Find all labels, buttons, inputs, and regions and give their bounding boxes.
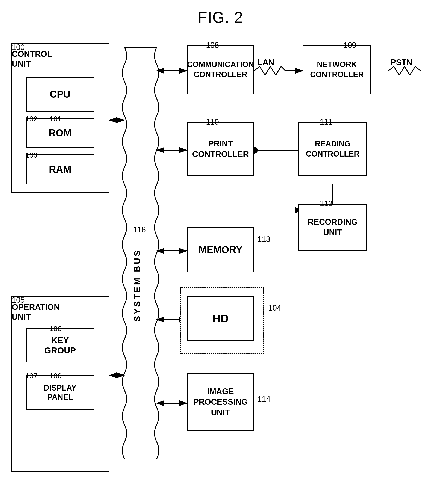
figure-title: FIG. 2 xyxy=(198,9,243,26)
operation-unit-label: OPERATIONUNIT xyxy=(12,302,60,322)
rom-label: ROM xyxy=(48,127,71,139)
key-group-box: KEYGROUP xyxy=(26,328,94,363)
memory-ref: 113 xyxy=(257,235,270,244)
key-group-ref: 106 xyxy=(49,324,62,333)
cpu-label: CPU xyxy=(49,88,70,100)
system-bus-label: SYSTEM BUS xyxy=(132,129,142,322)
reading-controller-ref: 111 xyxy=(320,118,333,126)
memory-box: MEMORY xyxy=(187,227,254,272)
image-processing-unit-ref: 114 xyxy=(257,395,270,404)
print-controller-label: PRINTCONTROLLER xyxy=(192,138,249,160)
control-unit-ref: 100 xyxy=(12,43,25,52)
recording-unit-ref: 112 xyxy=(320,199,333,208)
display-panel-label: DISPLAYPANEL xyxy=(44,383,77,402)
hd-box: HD xyxy=(187,296,254,341)
communication-controller-ref: 108 xyxy=(206,41,219,50)
rom-ref2: 101 xyxy=(49,115,62,123)
communication-controller-box: COMMUNICATIONCONTROLLER xyxy=(187,45,254,94)
network-controller-ref: 109 xyxy=(343,41,356,50)
key-group-label: KEYGROUP xyxy=(45,335,76,356)
reading-controller-label: READINGCONTROLLER xyxy=(306,139,360,159)
recording-unit-box: RECORDINGUNIT xyxy=(298,204,367,251)
display-panel-ref1: 107 xyxy=(25,372,38,380)
control-unit-label: CONTROLUNIT xyxy=(12,49,52,69)
display-panel-box: DISPLAYPANEL xyxy=(26,375,94,410)
display-panel-ref2: 106 xyxy=(49,372,62,380)
operation-unit-ref: 105 xyxy=(12,295,25,305)
network-controller-box: NETWORKCONTROLLER xyxy=(303,45,371,94)
communication-controller-label: COMMUNICATIONCONTROLLER xyxy=(187,60,254,80)
rom-ref1: 102 xyxy=(25,115,38,123)
memory-label: MEMORY xyxy=(199,244,242,256)
hd-ref: 104 xyxy=(268,304,281,312)
reading-controller-box: READINGCONTROLLER xyxy=(298,122,367,176)
recording-unit-label: RECORDINGUNIT xyxy=(308,217,358,238)
network-controller-label: NETWORKCONTROLLER xyxy=(310,60,364,80)
print-controller-ref: 110 xyxy=(206,118,219,126)
image-processing-unit-box: IMAGEPROCESSINGUNIT xyxy=(187,373,254,431)
hd-label: HD xyxy=(212,312,229,325)
print-controller-box: PRINTCONTROLLER xyxy=(187,122,254,176)
cpu-box: CPU xyxy=(26,77,94,111)
lan-label: LAN xyxy=(257,58,274,67)
ram-label: RAM xyxy=(49,163,71,175)
image-processing-unit-label: IMAGEPROCESSINGUNIT xyxy=(193,386,248,418)
pstn-label: PSTN xyxy=(391,58,412,67)
ram-ref: 103 xyxy=(25,151,38,159)
